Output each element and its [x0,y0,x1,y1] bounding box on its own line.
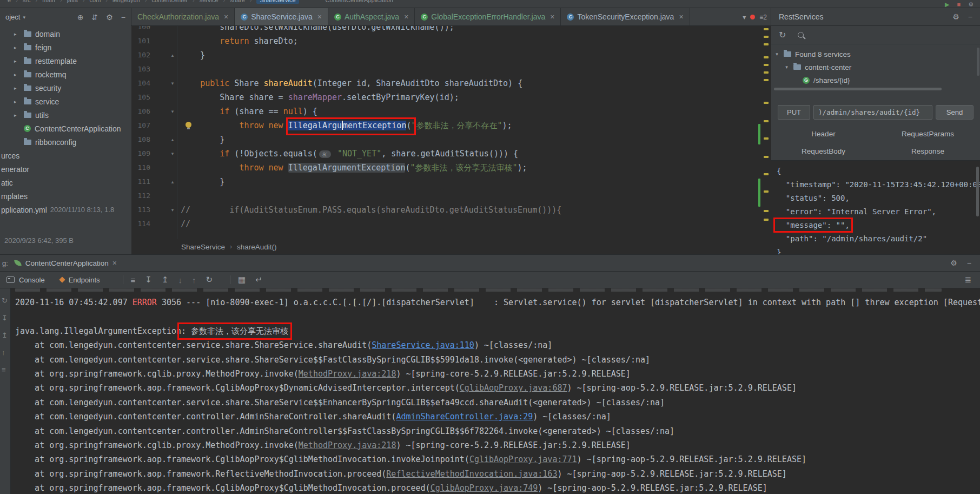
http-method-select[interactable]: PUT [778,105,810,120]
fold-marker-icon[interactable]: ▾ [169,76,176,90]
tab-request-params[interactable]: RequestParams [876,124,980,143]
settings-icon[interactable]: ⚙ [106,13,113,22]
fold-marker-icon[interactable]: ▴ [169,48,176,62]
scroll-up-icon[interactable]: ↥ [162,275,169,285]
tab-console[interactable]: Console [6,276,45,284]
code-editor[interactable]: 100 shareDto.setWxNickname(userDto.getWx… [131,26,757,239]
layout-icon[interactable]: ▦ [238,275,246,285]
project-tree-item[interactable]: ribbonconfig [0,135,131,149]
refresh-icon[interactable]: ↻ [779,30,786,40]
hide-panel-icon[interactable]: − [967,259,971,267]
request-url-input[interactable]: )/admin/shares/audit/{id} [813,105,932,120]
hide-panel-icon[interactable]: − [121,13,125,22]
console-menu-icon[interactable]: ≣ [964,275,971,285]
hidden-tabs-icon[interactable]: ≡2 [759,14,767,21]
breadcrumb-item[interactable]: e [8,0,11,3]
stop-icon[interactable]: ■ [957,1,961,8]
chevron-right-icon[interactable]: ▸ [14,99,21,104]
soft-wrap-icon[interactable]: ≡ [131,275,136,285]
run-tab-label[interactable]: ContentCenterApplication [25,259,109,267]
breadcrumb-item[interactable]: src [23,0,31,3]
fold-marker-icon[interactable]: ▴ [169,175,176,189]
settings-icon[interactable]: ⚙ [968,1,974,8]
chevron-right-icon[interactable]: ▸ [14,45,21,50]
project-tree-item[interactable]: CContentCenterApplication [0,122,131,135]
close-icon[interactable]: × [112,259,117,267]
chevron-right-icon[interactable]: ▸ [14,31,21,37]
service-tree-root[interactable]: ▾ Found 8 services [771,48,980,61]
chevron-down-icon[interactable]: ▾ [23,15,25,20]
rerun-icon[interactable]: ↻ [206,275,213,285]
close-icon[interactable]: × [317,12,322,21]
project-tree-item[interactable]: enerator [0,162,132,176]
horizontal-scrollbar[interactable] [774,88,942,90]
fold-marker-icon[interactable]: ▴ [169,133,176,147]
chevron-down-icon[interactable]: ▾ [743,14,746,21]
jump-to-end-icon[interactable]: ↧ [2,314,8,322]
project-tree-item[interactable]: pplication.yml2020/11/10 8:13, 1.8 [0,203,132,216]
editor-tab[interactable]: CAuthAspect.java× [328,8,415,25]
tab-request-body[interactable]: RequestBody [771,142,876,160]
text-segment[interactable]: CglibAopProxy.java:771 [469,455,577,464]
editor-tab[interactable]: CGlobalExceptionErrorHandler.java× [415,8,561,25]
project-tree-item[interactable]: ▸domain [0,27,131,41]
editor-scrollbar[interactable] [757,26,771,239]
response-scrollbar[interactable] [976,167,979,216]
search-icon[interactable] [798,32,804,38]
project-tree-item[interactable]: ▸resttemplate [0,54,131,68]
vertical-scrollbar[interactable] [977,48,979,76]
breadcrumb-item[interactable]: service [200,0,218,3]
breadcrumb-item[interactable]: lengedyun [112,0,140,3]
prev-occurrence-icon[interactable]: ↑ [192,275,196,285]
breadcrumb-item[interactable]: share [230,0,245,3]
menu-icon[interactable]: ≡ [2,366,6,374]
breadcrumb-item[interactable]: com [90,0,101,3]
scroll-down-icon[interactable]: ↧ [145,275,152,285]
breadcrumb-item[interactable]: java [67,0,78,3]
breadcrumb-active-item[interactable]: ShareService [256,0,299,4]
text-segment[interactable]: CglibAopProxy.java:687 [460,383,567,393]
fold-marker-icon[interactable]: ▾ [169,203,176,217]
chevron-right-icon[interactable]: ▸ [14,85,21,91]
run-icon[interactable]: ▶ [945,1,949,8]
breadcrumb-item[interactable]: main [42,0,55,3]
editor-tab[interactable]: CTokenSecurityException.java× [561,8,690,25]
close-icon[interactable]: × [679,12,683,21]
wrap-lines-icon[interactable]: ↵ [255,275,262,285]
stacktrace-link[interactable]: ShareService.java:110 [372,340,474,350]
project-tree-item[interactable]: ▸rocketmq [0,68,131,81]
fold-marker-icon[interactable]: ▾ [169,104,176,118]
tab-header[interactable]: Header [771,124,876,143]
editor-tab[interactable]: CheckAuthorization.java× [131,8,235,25]
text-segment[interactable]: MethodProxy.java:218 [299,440,396,450]
close-icon[interactable]: × [404,12,408,21]
close-icon[interactable]: × [550,12,554,21]
next-occurrence-icon[interactable]: ↓ [178,275,182,285]
project-tree-item[interactable]: ▸service [0,95,131,108]
stacktrace-link[interactable]: AdminShareController.java:29 [396,412,533,421]
chevron-right-icon[interactable]: ▸ [14,113,21,118]
send-button[interactable]: Send [936,105,974,120]
project-tree-item[interactable]: ▸utils [0,108,131,122]
project-tree-item[interactable]: mplates [0,189,132,203]
scroll-up-icon[interactable]: ↑ [2,348,5,357]
chevron-down-icon[interactable]: ▾ [783,64,790,70]
breadcrumb-item[interactable]: contentcenter [151,0,188,3]
tab-response[interactable]: Response [876,142,980,160]
fold-marker-icon[interactable]: ▾ [169,147,176,161]
locate-file-icon[interactable]: ⊕ [77,13,84,22]
project-tree-item[interactable]: ▸feign [0,41,131,54]
run-config-label[interactable]: ContentCenterApplication [326,0,393,3]
rerun-icon[interactable]: ↻ [2,297,8,305]
breadcrumb-class[interactable]: ShareService [181,243,225,251]
collapse-all-icon[interactable]: ⇵ [92,13,98,22]
project-tree-item[interactable]: atic [0,176,132,189]
settings-icon[interactable]: ⚙ [950,259,957,267]
chevron-right-icon[interactable]: ▸ [14,72,21,77]
project-tree-item[interactable]: urces [0,149,132,162]
text-segment[interactable]: CglibAopProxy.java:749 [431,483,538,493]
close-icon[interactable]: × [224,12,228,21]
service-endpoint-row[interactable]: G /shares/{id} [771,74,980,87]
project-tree-item[interactable]: ▸security [0,81,131,95]
service-tree-group[interactable]: ▾ content-center [771,61,980,74]
